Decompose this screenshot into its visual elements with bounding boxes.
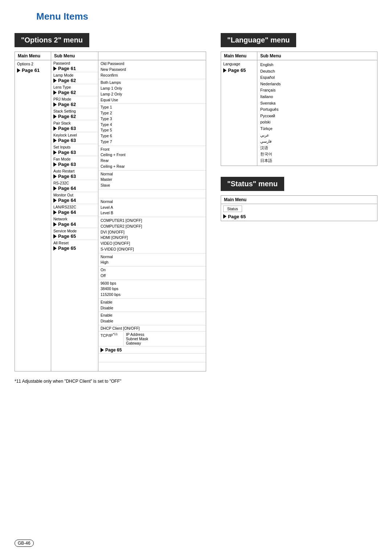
sub-set-inputs: Set Inputs Page 63	[51, 144, 98, 156]
opt-rs232c: 9600 bps 38400 bps 115200 bps	[98, 280, 206, 299]
sub-keylock: Keylock Level Page 63	[51, 132, 98, 144]
sub-stack-setting: Stack Setting Page 62	[51, 108, 98, 120]
status-label: Status	[223, 206, 242, 212]
page-number-badge: GB-46	[15, 540, 34, 547]
page-title: Menu Items	[15, 11, 377, 22]
sub-auto-restart: Auto Restart Page 63	[51, 168, 98, 180]
col-headers: Main Menu Sub Menu	[15, 52, 206, 60]
language-header: "Language" menu	[221, 33, 296, 47]
opt-lan-rs232c: Enable Disable	[98, 312, 206, 325]
status-section: "Status" menu Main Menu Status Page 65	[221, 177, 377, 221]
options2-section: "Options 2" menu Main Menu Sub Menu Opti…	[15, 33, 206, 371]
main-page-ref: Page 61	[17, 68, 49, 73]
sub-fan-mode: Fan Mode Page 63	[51, 156, 98, 168]
lang-sub-col: English Deutsch Español Nederlands Franç…	[257, 60, 377, 166]
lang-page-ref: Page 65	[223, 68, 255, 73]
page-footer: GB-46	[15, 540, 34, 546]
sub-pair-stack: Pair Stack Page 63	[51, 120, 98, 132]
sub-prj-mode: PRJ Mode Page 62	[51, 96, 98, 108]
main-arrow	[17, 68, 20, 73]
opt-set-inputs: COMPUTER1 [ON/OFF] COMPUTER2 [ON/OFF] DV…	[98, 217, 206, 253]
opt-keylock: Normal Level A Level B	[98, 198, 206, 217]
status-page-ref: Page 65	[223, 214, 375, 219]
opt-monitor-out: Enable Disable	[98, 299, 206, 312]
options2-table: Main Menu Sub Menu Options 2 Page 61	[15, 52, 206, 371]
language-table: Main Menu Sub Menu Language Page 65 Engl…	[221, 52, 377, 166]
main-menu-header: Main Menu	[15, 52, 51, 60]
opt-stack-setting: Normal Master Slave	[98, 171, 206, 190]
lang-main-col: Language Page 65	[221, 60, 257, 166]
lang-body: Language Page 65 English Deutsch Español…	[221, 60, 377, 166]
sub-col: Password Page 61 Lamp Mode Page 62 Lens …	[51, 60, 98, 371]
opt-network: DHCP Client [ON/OFF] TCP/IP*11 IP Addres…	[98, 325, 206, 354]
status-table: Main Menu Status Page 65	[221, 195, 377, 221]
opt-all-reset	[98, 362, 206, 371]
sub-network: Network Page 64	[51, 216, 98, 228]
sub-all-reset: All Reset Page 65	[51, 240, 98, 252]
options-col: Old Password New Password Reconfirm Both…	[98, 60, 206, 371]
main-col: Options 2 Page 61	[15, 60, 51, 371]
main-col-label: Options 2	[17, 62, 49, 66]
opt-lamp-mode: Both Lamps Lamp 1 Only Lamp 2 Only Equal…	[98, 79, 206, 104]
opt-pair-stack	[98, 190, 206, 198]
options2-header: "Options 2" menu	[15, 33, 89, 47]
status-header: "Status" menu	[221, 177, 284, 191]
opt-fan-mode: Normal High	[98, 253, 206, 267]
opt-auto-restart: On Off	[98, 267, 206, 280]
opt-password: Old Password New Password Reconfirm	[98, 60, 206, 79]
opt-prj-mode: Front Ceiling + Front Rear Ceiling + Rea…	[98, 146, 206, 171]
sub-rs232c: RS-232C Page 64	[51, 180, 98, 192]
footnote: *11 Adjustable only when "DHCP Client" i…	[15, 379, 377, 384]
sub-service-mode: Service Mode Page 65	[51, 228, 98, 240]
lang-col-headers: Main Menu Sub Menu	[221, 52, 377, 60]
opt-service-mode	[98, 354, 206, 362]
lang-sub-header: Sub Menu	[257, 52, 377, 60]
menu-body: Options 2 Page 61 Password Page 61 Lamp …	[15, 60, 206, 371]
status-col-header: Main Menu	[221, 196, 377, 204]
sub-menu-header: Sub Menu	[51, 52, 98, 60]
sub-lan-rs232c: LAN/RS232C Page 64	[51, 204, 98, 216]
sub-monitor-out: Monitor Out Page 64	[51, 192, 98, 204]
lang-main-header: Main Menu	[221, 52, 257, 60]
opt-lens-type: Type 1 Type 2 Type 3 Type 4 Type 5 Type …	[98, 104, 206, 146]
options-header	[98, 52, 206, 60]
sub-lamp-mode: Lamp Mode Page 62	[51, 72, 98, 84]
sub-password: Password Page 61	[51, 60, 98, 72]
status-body: Status Page 65	[221, 204, 377, 221]
language-section: "Language" menu Main Menu Sub Menu Langu…	[221, 33, 377, 166]
sub-lens-type: Lens Type Page 62	[51, 84, 98, 96]
right-section: "Language" menu Main Menu Sub Menu Langu…	[221, 33, 377, 221]
